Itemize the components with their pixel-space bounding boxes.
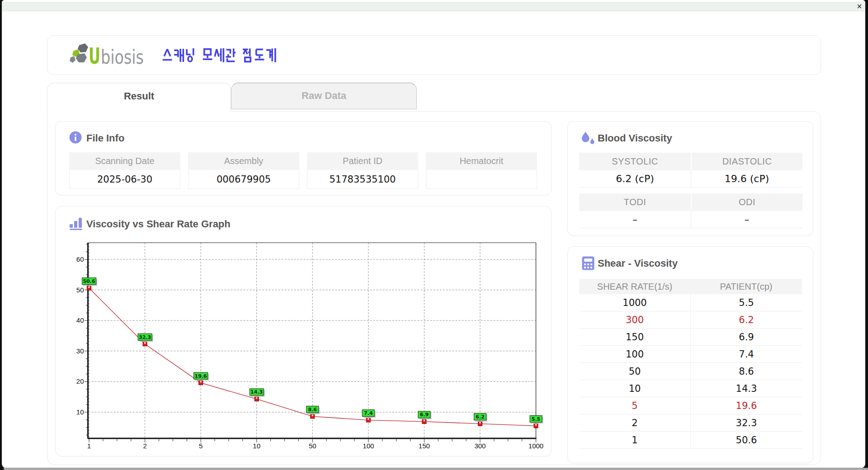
patient-viscosity-cell: 5.5 (690, 294, 802, 311)
shear-table-row: 3006.2 (579, 311, 802, 329)
svg-text:2: 2 (143, 442, 146, 450)
file-info-field-label: Scanning Date (69, 152, 180, 170)
shear-table-row: 150.6 (579, 432, 802, 449)
blood-viscosity-value-cell: 19.6 (cP) (691, 170, 802, 188)
shear-rate-cell: 1000 (579, 294, 690, 311)
shear-table-row: 1014.3 (579, 380, 802, 397)
file-info-field-value: 000679905 (188, 170, 299, 189)
blood-viscosity-value-cell: 6.2 (cP) (579, 170, 691, 188)
svg-text:5.5: 5.5 (532, 416, 541, 422)
shear-rate-cell: 10 (579, 380, 690, 397)
shear-rate-cell: 100 (579, 346, 690, 363)
blood-viscosity-card: Blood Viscosity SYSTOLICDIASTOLIC6.2 (cP… (567, 121, 813, 236)
blood-viscosity-value-row: –– (579, 211, 802, 228)
tab-result[interactable]: Result (47, 83, 231, 112)
blood-viscosity-header-cell: DIASTOLIC (691, 153, 802, 170)
file-info-field-value (426, 170, 537, 189)
close-icon[interactable]: × (855, 3, 863, 11)
svg-text:1: 1 (87, 442, 91, 450)
svg-text:6.9: 6.9 (420, 412, 429, 418)
file-info-grid: Scanning Date2025-06-30Assembly000679905… (69, 152, 537, 189)
svg-text:1000: 1000 (528, 442, 543, 450)
blood-viscosity-header-row: SYSTOLICDIASTOLIC (579, 153, 802, 170)
shear-table-row: 232.3 (579, 414, 802, 432)
shear-rate-cell: 300 (579, 311, 690, 329)
shear-rate-cell: 2 (579, 414, 690, 432)
svg-text:30: 30 (76, 347, 84, 355)
blood-viscosity-value-cell: – (691, 211, 802, 228)
ubiosis-logo-icon (70, 43, 88, 63)
patient-viscosity-cell: 50.6 (690, 432, 802, 449)
droplets-icon (580, 131, 596, 147)
svg-text:19.6: 19.6 (195, 373, 207, 379)
blood-viscosity-title: Blood Viscosity (598, 132, 672, 144)
svg-text:40: 40 (76, 316, 84, 324)
patient-viscosity-cell: 19.6 (690, 397, 802, 414)
calculator-icon (582, 256, 594, 270)
patient-viscosity-cell: 14.3 (690, 380, 802, 397)
window-titlebar: × (2, 2, 865, 11)
shear-table-row: 519.6 (579, 397, 802, 414)
file-info-card: File Info Scanning Date2025-06-30Assembl… (55, 121, 552, 195)
svg-text:50: 50 (76, 286, 84, 294)
blood-viscosity-header-cell: TODI (579, 193, 691, 211)
blood-viscosity-header-cell: ODI (691, 193, 802, 211)
patient-viscosity-cell: 32.3 (690, 414, 802, 432)
svg-text:20: 20 (76, 377, 84, 385)
file-info-field-label: Hematocrit (426, 152, 537, 170)
shear-table-header-cell: SHEAR RATE(1/s) (579, 279, 690, 294)
svg-text:U: U (89, 43, 100, 69)
bar-chart-icon (70, 217, 83, 230)
shear-viscosity-title: Shear - Viscosity (598, 258, 678, 269)
shear-rate-cell: 1 (579, 432, 690, 449)
graph-card: Viscosity vs Shear Rate Graph 1251050100… (55, 206, 552, 456)
shear-viscosity-card: Shear - Viscosity SHEAR RATE(1/s)PATIENT… (567, 246, 813, 463)
file-info-field-value: 2025-06-30 (69, 170, 180, 189)
shear-table-row: 508.6 (579, 363, 802, 380)
file-info-field-label: Patient ID (307, 152, 418, 170)
blood-viscosity-value-row: 6.2 (cP)19.6 (cP) (579, 170, 802, 188)
svg-text:14.3: 14.3 (250, 389, 263, 395)
patient-viscosity-cell: 6.9 (690, 329, 802, 346)
viscosity-chart: 1251050100150300100010203040506050.632.3… (66, 235, 545, 452)
blood-viscosity-header-cell: SYSTOLIC (579, 153, 691, 170)
svg-text:5: 5 (199, 442, 203, 450)
app-title-korean: 스캐닝 모세관 점도계 (161, 47, 280, 65)
svg-text:300: 300 (474, 442, 486, 450)
shear-table-header-row: SHEAR RATE(1/s)PATIENT(cp) (579, 279, 802, 294)
graph-title: Viscosity vs Shear Rate Graph (86, 218, 231, 230)
svg-text:150: 150 (419, 442, 430, 450)
svg-text:10: 10 (76, 408, 84, 416)
shear-rate-cell: 150 (579, 329, 690, 346)
svg-text:7.4: 7.4 (364, 410, 373, 416)
svg-text:biosis: biosis (101, 46, 144, 68)
shear-viscosity-table: SHEAR RATE(1/s)PATIENT(cp)10005.53006.21… (579, 279, 802, 449)
svg-text:32.3: 32.3 (139, 334, 151, 340)
svg-text:100: 100 (363, 442, 374, 450)
blood-viscosity-group-gap (579, 188, 802, 193)
patient-viscosity-cell: 6.2 (690, 311, 802, 329)
svg-text:8.6: 8.6 (308, 407, 317, 413)
ubiosis-logo: U biosis (67, 41, 170, 71)
file-info-field: Assembly000679905 (188, 152, 299, 189)
file-info-field: Hematocrit (426, 152, 537, 189)
shear-rate-cell: 5 (579, 397, 690, 414)
file-info-field: Patient ID51783535100 (307, 152, 418, 189)
horizontal-scrollbar[interactable] (4, 468, 868, 470)
shear-table-row: 1506.9 (579, 329, 802, 346)
blood-viscosity-header-row: TODIODI (579, 193, 802, 211)
info-icon (69, 131, 82, 144)
svg-text:10: 10 (253, 442, 260, 450)
svg-text:50: 50 (309, 442, 316, 450)
tab-raw-data[interactable]: Raw Data (231, 83, 417, 109)
shear-table-row: 10005.5 (579, 294, 802, 311)
file-info-field-value: 51783535100 (307, 170, 418, 189)
svg-text:50.6: 50.6 (83, 278, 95, 284)
patient-viscosity-cell: 7.4 (690, 346, 802, 363)
svg-text:60: 60 (76, 255, 84, 263)
shear-table-header-cell: PATIENT(cp) (690, 279, 802, 294)
blood-viscosity-value-cell: – (579, 211, 691, 228)
header-card: U biosis 스캐닝 모세관 점도계 (47, 35, 821, 75)
file-info-title: File Info (86, 132, 124, 144)
shear-table-row: 1007.4 (579, 346, 802, 363)
